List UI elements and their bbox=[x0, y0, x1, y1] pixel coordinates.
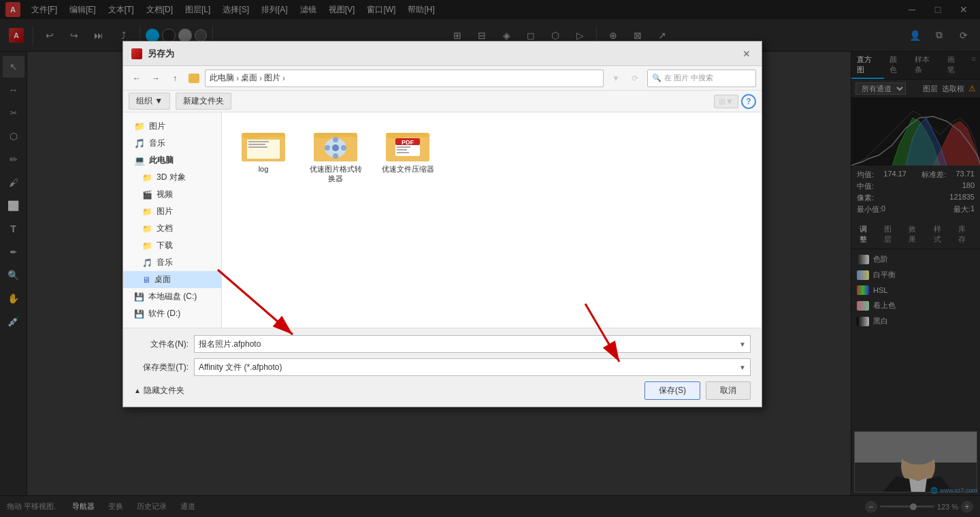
music-icon: 🎵 bbox=[134, 138, 145, 148]
organize-btn[interactable]: 组织 ▼ bbox=[129, 93, 170, 110]
cancel-btn[interactable]: 取消 bbox=[706, 381, 751, 400]
filetype-value: Affinity 文件 (*.afphoto) bbox=[199, 362, 282, 373]
app-shell: A 文件[F] 编辑[E] 文本[T] 文档[D] 图层[L] 选择[S] 排列… bbox=[0, 0, 980, 71]
svg-rect-16 bbox=[248, 146, 267, 148]
footer-buttons: 保存(S) 取消 bbox=[184, 381, 751, 400]
path-seg-desktop: 桌面 bbox=[241, 72, 257, 84]
help-btn[interactable]: ? bbox=[741, 94, 756, 109]
dialog-path-bar[interactable]: 此电脑 › 桌面 › 图片 › bbox=[205, 69, 604, 87]
folder-3d-icon: 📁 bbox=[142, 173, 152, 183]
file-imgconvert-name: 优速图片格式转换器 bbox=[308, 164, 363, 184]
filename-input[interactable]: 报名照片.afphoto ▼ bbox=[194, 335, 751, 353]
svg-rect-13 bbox=[247, 140, 280, 159]
path-seg-pictures: 图片 bbox=[264, 72, 280, 84]
svg-point-21 bbox=[332, 144, 339, 151]
sidebar-computer[interactable]: 💻 此电脑 bbox=[123, 152, 221, 169]
nav-up-btn[interactable]: ↑ bbox=[167, 70, 183, 87]
hide-folders-btn[interactable]: ▲ 隐藏文件夹 bbox=[134, 385, 184, 396]
video-icon: 🎬 bbox=[142, 190, 152, 200]
view-btn[interactable]: ⊞▼ bbox=[714, 95, 738, 108]
path-folder-icon bbox=[189, 74, 199, 83]
new-folder-btn[interactable]: 新建文件夹 bbox=[176, 93, 231, 110]
dialog-title: 另存为 bbox=[148, 48, 740, 60]
folder-log-icon bbox=[242, 126, 285, 161]
sidebar-pics2[interactable]: 📁 图片 bbox=[123, 203, 221, 220]
dialog-overlay: 另存为 ✕ ← → ↑ 此电脑 › 桌面 › 图片 › bbox=[0, 0, 980, 517]
path-seg-computer: 此电脑 bbox=[210, 72, 234, 84]
dialog-title-bar: 另存为 ✕ bbox=[123, 42, 762, 66]
sidebar-desktop[interactable]: 🖥 桌面 bbox=[123, 271, 221, 288]
dialog-body: 📁 图片 🎵 音乐 💻 此电脑 📁 3D 对象 bbox=[123, 112, 762, 328]
dialog-search[interactable]: 🔍 在 图片 中搜索 bbox=[647, 69, 756, 87]
hdd-d-icon: 💾 bbox=[134, 309, 144, 319]
file-log[interactable]: log bbox=[233, 123, 294, 187]
hdd-c-icon: 💾 bbox=[134, 292, 144, 302]
svg-rect-34 bbox=[397, 152, 409, 153]
sidebar-3d[interactable]: 📁 3D 对象 bbox=[123, 169, 221, 186]
file-imgconvert[interactable]: 优速图片格式转换器 bbox=[305, 123, 366, 187]
svg-rect-32 bbox=[397, 146, 410, 148]
svg-point-23 bbox=[333, 153, 338, 159]
folder-pic-icon: 📁 bbox=[142, 207, 152, 217]
dialog-close-btn[interactable]: ✕ bbox=[740, 47, 753, 61]
svg-text:PDF: PDF bbox=[402, 139, 414, 146]
footer-bottom-row: ▲ 隐藏文件夹 保存(S) 取消 bbox=[134, 381, 751, 400]
svg-point-25 bbox=[341, 145, 346, 151]
sidebar-pictures[interactable]: 📁 图片 bbox=[123, 118, 221, 135]
filename-row: 文件名(N): 报名照片.afphoto ▼ bbox=[134, 335, 751, 353]
dialog-footer: 文件名(N): 报名照片.afphoto ▼ 保存类型(T): Affinity… bbox=[123, 328, 762, 407]
filename-value: 报名照片.afphoto bbox=[199, 339, 261, 350]
folder-dl-icon: 📁 bbox=[142, 241, 152, 251]
dialog-content: log bbox=[222, 112, 762, 328]
desktop-icon: 🖥 bbox=[142, 275, 150, 285]
search-placeholder: 在 图片 中搜索 bbox=[664, 73, 713, 83]
save-dialog: 另存为 ✕ ← → ↑ 此电脑 › 桌面 › 图片 › bbox=[122, 41, 762, 407]
search-icon: 🔍 bbox=[652, 74, 662, 82]
sidebar-video[interactable]: 🎬 视频 bbox=[123, 186, 221, 203]
folder-doc-icon: 📁 bbox=[142, 224, 152, 234]
folder-icon: 📁 bbox=[134, 121, 145, 131]
filetype-select[interactable]: Affinity 文件 (*.afphoto) ▼ bbox=[194, 358, 751, 376]
svg-rect-14 bbox=[248, 141, 269, 142]
hide-arrow-icon: ▲ bbox=[134, 387, 141, 394]
filetype-label: 保存类型(T): bbox=[134, 362, 189, 373]
dialog-toolbar: ← → ↑ 此电脑 › 桌面 › 图片 › ▼ ⟳ 🔍 bbox=[123, 66, 762, 91]
dialog-sidebar: 📁 图片 🎵 音乐 💻 此电脑 📁 3D 对象 bbox=[123, 112, 222, 328]
music2-icon: 🎵 bbox=[142, 258, 152, 268]
filetype-arrow: ▼ bbox=[739, 364, 746, 371]
sidebar-music[interactable]: 🎵 音乐 bbox=[123, 135, 221, 152]
file-compress[interactable]: PDF 优速文件压缩器 bbox=[377, 123, 438, 187]
sidebar-drive-d[interactable]: 💾 软件 (D:) bbox=[123, 305, 221, 322]
refresh-btn[interactable]: ⟳ bbox=[625, 69, 644, 87]
sidebar-downloads[interactable]: 📁 下载 bbox=[123, 237, 221, 254]
file-log-name: log bbox=[259, 164, 269, 174]
sidebar-music2[interactable]: 🎵 音乐 bbox=[123, 254, 221, 271]
folder-pdf-icon: PDF bbox=[386, 126, 429, 161]
sidebar-drive-c[interactable]: 💾 本地磁盘 (C:) bbox=[123, 288, 221, 305]
filetype-row: 保存类型(T): Affinity 文件 (*.afphoto) ▼ bbox=[134, 358, 751, 376]
svg-rect-28 bbox=[389, 133, 404, 138]
svg-rect-12 bbox=[244, 133, 259, 138]
filename-arrow: ▼ bbox=[739, 341, 746, 348]
svg-point-22 bbox=[333, 137, 338, 142]
dialog-icon bbox=[131, 48, 142, 59]
nav-back-btn[interactable]: ← bbox=[129, 70, 145, 87]
nav-forward-btn[interactable]: → bbox=[148, 70, 164, 87]
svg-rect-15 bbox=[248, 144, 265, 145]
hide-label: 隐藏文件夹 bbox=[144, 385, 184, 396]
path-dropdown-btn[interactable]: ▼ bbox=[609, 69, 623, 87]
filename-label: 文件名(N): bbox=[134, 339, 189, 350]
file-ops-toolbar: 组织 ▼ 新建文件夹 ⊞▼ ? bbox=[123, 91, 762, 112]
svg-rect-33 bbox=[397, 149, 407, 151]
save-btn[interactable]: 保存(S) bbox=[644, 381, 700, 400]
folder-app-icon bbox=[314, 126, 357, 161]
svg-point-24 bbox=[325, 145, 330, 151]
file-compress-name: 优速文件压缩器 bbox=[382, 164, 434, 174]
sidebar-docs[interactable]: 📁 文档 bbox=[123, 220, 221, 237]
computer-icon: 💻 bbox=[134, 155, 145, 166]
svg-rect-19 bbox=[316, 133, 331, 138]
